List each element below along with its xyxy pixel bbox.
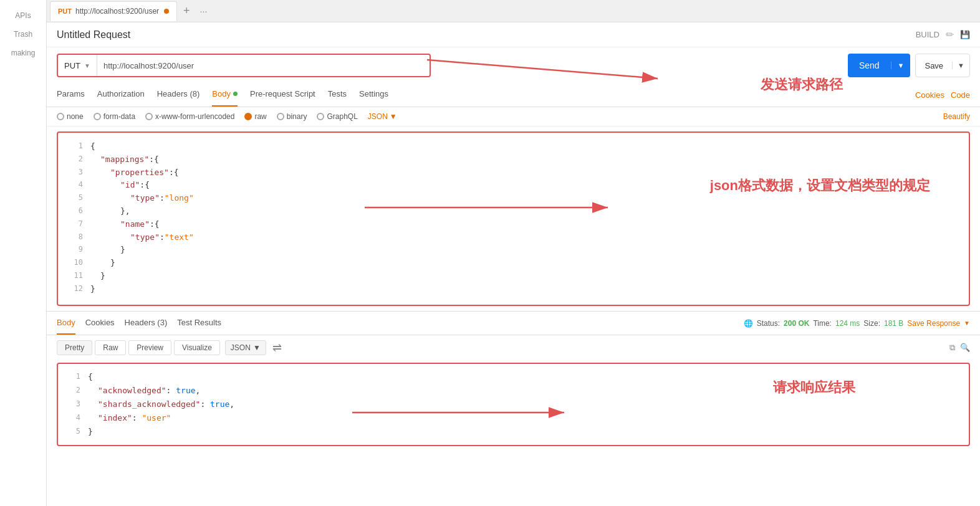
view-tab-raw[interactable]: Raw: [95, 340, 126, 355]
save-icon[interactable]: 💾: [960, 30, 970, 39]
response-line-1: 1 {: [65, 370, 961, 384]
code-line-4: 4 "id":{: [68, 179, 959, 192]
sidebar-item-trash[interactable]: Trash: [0, 25, 46, 44]
request-header: Untitled Request BUILD ✏ 💾: [47, 22, 980, 47]
method-label: PUT: [64, 61, 80, 70]
size-label: Size:: [863, 319, 880, 328]
option-binary[interactable]: binary: [277, 112, 307, 121]
response-code: 1 { 2 "acknowledged": true, 3 "shards_ac…: [57, 363, 970, 446]
view-tab-preview[interactable]: Preview: [128, 340, 171, 355]
radio-form-data[interactable]: [94, 113, 101, 120]
code-line-12: 12 }: [68, 283, 959, 296]
size-value: 181 B: [884, 319, 903, 328]
response-meta: 🌐 Status: 200 OK Time: 124 ms Size: 181 …: [744, 319, 970, 328]
url-bar: PUT ▼ Send ▼ Save ▼: [47, 47, 980, 84]
add-tab-button[interactable]: +: [178, 4, 195, 17]
option-none[interactable]: none: [57, 112, 84, 121]
response-line-5: 5 }: [65, 425, 961, 439]
option-form-data[interactable]: form-data: [94, 112, 135, 121]
radio-urlencoded[interactable]: [145, 113, 153, 120]
response-tab-headers[interactable]: Headers (3): [125, 312, 168, 335]
time-label: Time:: [813, 319, 832, 328]
method-select[interactable]: PUT ▼: [58, 55, 97, 76]
code-line-8: 8 "type":"text": [68, 231, 959, 244]
code-line-10: 10 }: [68, 257, 959, 270]
tab-authorization[interactable]: Authorization: [97, 84, 145, 107]
editor-section: 1 { 2 "mappings":{ 3 "properties":{ 4 "i…: [47, 126, 980, 311]
nav-tab-right: Cookies Code: [915, 90, 970, 100]
wrap-button[interactable]: ⇌: [272, 341, 282, 355]
copy-icon[interactable]: ⧉: [949, 343, 955, 353]
code-line-2: 2 "mappings":{: [68, 153, 959, 166]
tab-url: http://localhost:9200/user: [75, 7, 159, 16]
url-bar-inner: PUT ▼: [57, 54, 431, 77]
sidebar: APIs Trash making: [0, 0, 47, 506]
nav-tabs: Params Authorization Headers (8) Body Pr…: [47, 84, 980, 107]
tab-bar: PUT http://localhost:9200/user + ···: [47, 0, 980, 22]
tab-headers[interactable]: Headers (8): [157, 84, 200, 107]
view-tab-visualize[interactable]: Visualize: [174, 340, 220, 355]
response-section: Body Cookies Headers (3) Test Results 🌐 …: [47, 311, 980, 506]
response-json-format-select[interactable]: JSON ▼: [225, 340, 266, 355]
tab-body[interactable]: Body: [212, 84, 238, 107]
search-icon[interactable]: 🔍: [960, 343, 970, 353]
tab-settings[interactable]: Settings: [359, 84, 388, 107]
app-container: APIs Trash making PUT http://localhost:9…: [0, 0, 980, 506]
response-json-arrow-icon: ▼: [253, 343, 261, 352]
status-label: Status:: [757, 319, 780, 328]
response-tab-body[interactable]: Body: [57, 312, 75, 335]
time-value: 124 ms: [835, 319, 860, 328]
response-nav: Body Cookies Headers (3) Test Results 🌐 …: [47, 312, 980, 335]
tab-pre-request-script[interactable]: Pre-request Script: [250, 84, 315, 107]
request-title: Untitled Request: [57, 29, 130, 41]
tab-tests[interactable]: Tests: [328, 84, 347, 107]
save-button[interactable]: Save ▼: [915, 54, 970, 77]
save-label: Save: [916, 61, 952, 70]
radio-graphql[interactable]: [317, 113, 324, 120]
code-line-6: 6 },: [68, 205, 959, 218]
tab-method: PUT: [58, 7, 72, 15]
send-dropdown-arrow-icon[interactable]: ▼: [891, 62, 911, 69]
radio-raw[interactable]: [244, 113, 252, 120]
response-line-2: 2 "acknowledged": true,: [65, 384, 961, 398]
response-tab-test-results[interactable]: Test Results: [177, 312, 221, 335]
code-line-5: 5 "type":"long": [68, 192, 959, 205]
radio-binary[interactable]: [277, 113, 284, 120]
code-line-9: 9 }: [68, 244, 959, 257]
globe-icon: 🌐: [744, 319, 753, 328]
save-dropdown-arrow-icon[interactable]: ▼: [952, 62, 969, 69]
sidebar-item-apis[interactable]: APIs: [0, 6, 46, 25]
beautify-button[interactable]: Beautify: [943, 112, 970, 121]
build-area: BUILD ✏ 💾: [916, 29, 970, 41]
response-line-3: 3 "shards_acknowledged": true,: [65, 398, 961, 411]
response-line-4: 4 "index": "user": [65, 411, 961, 425]
save-response-button[interactable]: Save Response: [907, 319, 960, 328]
response-code-section: 1 { 2 "acknowledged": true, 3 "shards_ac…: [47, 363, 980, 446]
active-tab[interactable]: PUT http://localhost:9200/user: [50, 1, 177, 21]
option-urlencoded[interactable]: x-www-form-urlencoded: [145, 112, 234, 121]
code-line-3: 3 "properties":{: [68, 166, 959, 179]
code-line-11: 11 }: [68, 270, 959, 283]
json-format-select[interactable]: JSON ▼: [368, 112, 397, 121]
main-content: PUT http://localhost:9200/user + ··· Unt…: [47, 0, 980, 506]
option-raw[interactable]: raw: [244, 112, 266, 121]
url-bar-section: PUT ▼ Send ▼ Save ▼: [47, 47, 980, 84]
tab-params[interactable]: Params: [57, 84, 85, 107]
cookies-link[interactable]: Cookies: [915, 90, 944, 100]
code-link[interactable]: Code: [951, 90, 970, 100]
code-line-1: 1 {: [68, 140, 959, 153]
code-editor[interactable]: 1 { 2 "mappings":{ 3 "properties":{ 4 "i…: [57, 131, 970, 306]
build-label: BUILD: [916, 30, 939, 39]
save-response-arrow-icon[interactable]: ▼: [964, 320, 970, 327]
url-input[interactable]: [97, 61, 430, 70]
view-tab-pretty[interactable]: Pretty: [57, 340, 92, 355]
option-graphql[interactable]: GraphQL: [317, 112, 357, 121]
response-icons: ⧉ 🔍: [949, 343, 970, 353]
send-button[interactable]: Send ▼: [848, 54, 911, 77]
radio-none[interactable]: [57, 113, 64, 120]
response-tab-cookies[interactable]: Cookies: [85, 312, 115, 335]
edit-icon[interactable]: ✏: [946, 29, 954, 41]
response-view-tabs: Pretty Raw Preview Visualize JSON ▼ ⇌ ⧉: [47, 335, 980, 360]
sidebar-item-making[interactable]: making: [0, 44, 46, 62]
more-tabs-button[interactable]: ···: [195, 6, 213, 16]
